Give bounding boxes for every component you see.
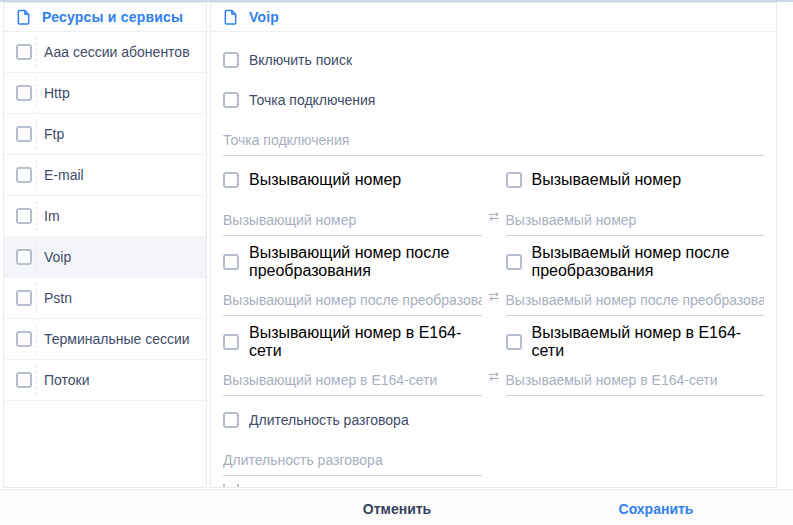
swap-arrows-icon[interactable] [482, 369, 506, 391]
sidebar-item-voip[interactable]: Voip [4, 237, 206, 278]
dialog-footer: Отменить Сохранить [0, 489, 793, 525]
called-e164-input[interactable] [506, 372, 765, 395]
enable-search-row: Включить поиск [223, 44, 764, 76]
connection-point-input[interactable] [223, 132, 764, 155]
sidebar-item-label: Ааа сессии абонентов [44, 44, 190, 60]
swap-arrows-icon[interactable] [482, 289, 506, 311]
e164-input-row [223, 364, 764, 396]
call-duration-label: Длительность разговора [249, 412, 409, 428]
called-e164-checkbox[interactable] [506, 334, 522, 350]
sidebar-item-aaa-sessions[interactable]: Ааа сессии абонентов [4, 32, 206, 73]
call-duration-checkbox[interactable] [223, 412, 239, 428]
called-transformed-row: Вызываемый номер после преобразования [506, 244, 765, 280]
checkbox[interactable] [16, 44, 32, 60]
call-duration-row: Длительность разговора [223, 404, 764, 436]
connection-point-input-row [223, 124, 764, 156]
clipped-checkbox[interactable] [223, 484, 239, 488]
called-number-row: Вызываемый номер [506, 171, 765, 189]
calling-e164-field [223, 371, 482, 396]
checkbox[interactable] [16, 249, 32, 265]
resources-panel-title: Ресурсы и сервисы [42, 9, 183, 25]
calling-transformed-input[interactable] [223, 292, 482, 315]
calling-e164-input[interactable] [223, 372, 482, 395]
voip-panel-header: Voip [211, 3, 776, 32]
sidebar-item-label: Терминальные сессии [44, 331, 190, 347]
called-e164-label: Вызываемый номер в E164-сети [532, 324, 765, 360]
connection-point-label: Точка подключения [249, 92, 375, 108]
connection-point-field [223, 131, 764, 156]
called-transformed-field [506, 291, 765, 316]
called-transformed-checkbox[interactable] [506, 254, 522, 270]
calling-e164-label: Вызывающий номер в E164-сети [249, 324, 482, 360]
voip-panel-title: Voip [249, 9, 279, 25]
checkbox[interactable] [16, 85, 32, 101]
enable-search-checkbox[interactable] [223, 52, 239, 68]
checkbox[interactable] [16, 167, 32, 183]
checkbox[interactable] [16, 331, 32, 347]
called-e164-field [506, 371, 765, 396]
document-icon [16, 9, 31, 25]
call-duration-input[interactable] [223, 452, 482, 475]
checkbox[interactable] [16, 208, 32, 224]
connection-point-row: Точка подключения [223, 84, 764, 116]
sidebar-item-label: Потоки [44, 372, 90, 388]
called-transformed-input[interactable] [506, 292, 765, 315]
called-number-label: Вызываемый номер [532, 171, 682, 189]
calling-number-label: Вызывающий номер [249, 171, 401, 189]
called-number-checkbox[interactable] [506, 172, 522, 188]
connection-point-checkbox[interactable] [223, 92, 239, 108]
sidebar-item-terminal-sessions[interactable]: Терминальные сессии [4, 319, 206, 360]
called-number-field [506, 211, 765, 236]
sidebar-item-label: E-mail [44, 167, 84, 183]
checkbox[interactable] [16, 372, 32, 388]
checkbox[interactable] [16, 290, 32, 306]
sidebar-item-im[interactable]: Im [4, 196, 206, 237]
sidebar-item-label: Im [44, 208, 60, 224]
calling-number-input[interactable] [223, 212, 482, 235]
clipped-next-row [223, 484, 764, 488]
enable-search-label: Включить поиск [249, 52, 352, 68]
transformed-checkbox-row: Вызывающий номер после преобразования Вы… [223, 244, 764, 276]
resources-panel: Ресурсы и сервисы Ааа сессии абонентов H… [3, 2, 207, 488]
called-transformed-label: Вызываемый номер после преобразования [532, 244, 765, 280]
resources-panel-header: Ресурсы и сервисы [4, 3, 206, 32]
calling-e164-checkbox[interactable] [223, 334, 239, 350]
checkbox[interactable] [16, 126, 32, 142]
voip-form: Включить поиск Точка подключения Вызываю… [211, 32, 776, 488]
sidebar-item-email[interactable]: E-mail [4, 155, 206, 196]
sidebar-item-label: Pstn [44, 290, 72, 306]
calling-transformed-label: Вызывающий номер после преобразования [249, 244, 482, 280]
calling-transformed-field [223, 291, 482, 316]
sidebar-item-flows[interactable]: Потоки [4, 360, 206, 401]
calling-e164-row: Вызывающий номер в E164-сети [223, 324, 482, 360]
document-icon [223, 9, 238, 25]
called-number-input[interactable] [506, 212, 765, 235]
save-button[interactable]: Сохранить [613, 497, 700, 521]
sidebar-item-pstn[interactable]: Pstn [4, 278, 206, 319]
calling-called-input-row [223, 204, 764, 236]
calling-number-field [223, 211, 482, 236]
calling-transformed-row: Вызывающий номер после преобразования [223, 244, 482, 280]
transformed-input-row [223, 284, 764, 316]
swap-arrows-icon[interactable] [482, 209, 506, 231]
called-e164-row: Вызываемый номер в E164-сети [506, 324, 765, 360]
voip-settings-panel: Voip Включить поиск Точка подключения Вы… [210, 2, 777, 488]
sidebar-item-http[interactable]: Http [4, 73, 206, 114]
sidebar-item-label: Ftp [44, 126, 64, 142]
calling-called-checkbox-row: Вызывающий номер Вызываемый номер [223, 164, 764, 196]
sidebar-item-label: Http [44, 85, 70, 101]
call-duration-field [223, 451, 482, 476]
calling-number-checkbox[interactable] [223, 172, 239, 188]
e164-checkbox-row: Вызывающий номер в E164-сети Вызываемый … [223, 324, 764, 356]
sidebar-item-ftp[interactable]: Ftp [4, 114, 206, 155]
calling-transformed-checkbox[interactable] [223, 254, 239, 270]
sidebar-item-label: Voip [44, 249, 71, 265]
calling-number-row: Вызывающий номер [223, 171, 482, 189]
call-duration-input-row [223, 444, 764, 476]
cancel-button[interactable]: Отменить [357, 497, 437, 521]
